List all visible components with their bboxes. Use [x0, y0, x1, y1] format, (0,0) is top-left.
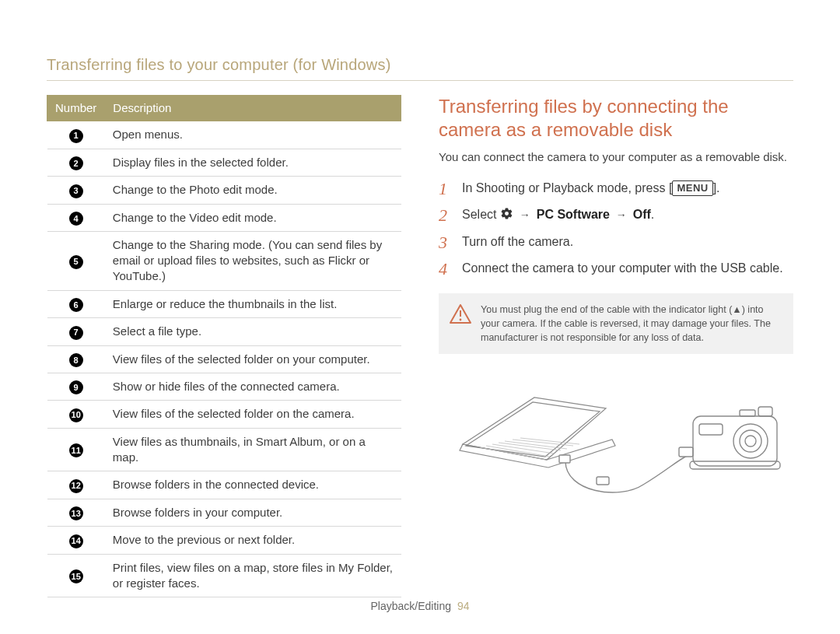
step-text: Turn off the camera.: [462, 233, 793, 252]
svg-point-14: [733, 424, 768, 458]
table-row: 10View files of the selected folder on t…: [47, 401, 401, 428]
svg-rect-13: [690, 461, 780, 469]
description-table: Number Description 1Open menus. 2Display…: [47, 95, 401, 597]
row-description: Open menus.: [105, 121, 401, 149]
row-number-badge: 8: [69, 353, 83, 367]
svg-point-1: [460, 319, 462, 321]
step-text: ].: [713, 181, 720, 194]
row-number-badge: 4: [69, 212, 83, 226]
row-description: Change to the Sharing mode. (You can sen…: [105, 231, 401, 290]
row-number-badge: 10: [69, 408, 83, 422]
step-text: In Shooting or Playback mode, press [: [462, 181, 672, 194]
footer-section: Playback/Editing: [371, 600, 452, 612]
row-number-badge: 11: [69, 443, 83, 457]
row-description: Browse folders in the connected device.: [105, 471, 401, 499]
row-description: Enlarge or reduce the thumbnails in the …: [105, 290, 401, 317]
row-number-badge: 1: [69, 129, 83, 143]
row-description: Browse folders in your computer.: [105, 499, 401, 526]
arrow-right-icon: →: [613, 208, 630, 221]
step-item: 2 Select → PC Software → Off.: [439, 202, 793, 229]
step-text: Select: [462, 208, 500, 221]
row-description: Display files in the selected folder.: [105, 149, 401, 176]
menu-button-icon: MENU: [672, 180, 712, 196]
left-column: Number Description 1Open menus. 2Display…: [47, 95, 401, 597]
row-number-badge: 13: [69, 506, 83, 520]
step-number: 3: [439, 233, 453, 252]
settings-gear-icon: [500, 207, 513, 225]
svg-rect-10: [597, 477, 609, 485]
svg-rect-19: [758, 407, 772, 416]
warning-icon: [450, 304, 471, 324]
row-number-badge: 2: [69, 156, 83, 170]
page-footer: Playback/Editing 94: [0, 599, 840, 614]
section-intro: You can connect the camera to your compu…: [439, 149, 793, 165]
step-bold: PC Software: [537, 208, 610, 221]
page-header: Transferring files to your computer (for…: [47, 54, 793, 81]
row-number-badge: 7: [69, 326, 83, 340]
table-row: 15Print files, view files on a map, stor…: [47, 554, 401, 597]
step-bold: Off: [633, 208, 651, 221]
row-number-badge: 12: [69, 479, 83, 493]
right-column: Transferring files by connecting the cam…: [439, 95, 793, 597]
row-description: Show or hide files of the connected came…: [105, 373, 401, 400]
svg-rect-18: [740, 410, 755, 416]
row-description: View files as thumbnails, in Smart Album…: [105, 428, 401, 471]
table-row: 3Change to the Photo edit mode.: [47, 177, 401, 204]
table-row: 11View files as thumbnails, in Smart Alb…: [47, 428, 401, 471]
row-number-badge: 5: [69, 255, 83, 269]
svg-point-16: [745, 436, 756, 447]
row-number-badge: 6: [69, 298, 83, 312]
svg-rect-11: [679, 447, 693, 457]
svg-rect-17: [699, 424, 723, 435]
step-item: 4 Connect the camera to your computer wi…: [439, 256, 793, 282]
steps-list: 1 In Shooting or Playback mode, press [M…: [439, 176, 793, 282]
row-description: View files of the selected folder on the…: [105, 401, 401, 428]
step-number: 2: [439, 206, 453, 225]
step-text: Connect the camera to your computer with…: [462, 260, 793, 278]
step-item: 3 Turn off the camera.: [439, 229, 793, 256]
table-row: 5Change to the Sharing mode. (You can se…: [47, 231, 401, 290]
table-row: 2Display files in the selected folder.: [47, 149, 401, 176]
row-description: Move to the previous or next folder.: [105, 527, 401, 554]
svg-line-2: [480, 447, 545, 460]
row-description: View files of the selected folder on you…: [105, 345, 401, 373]
table-row: 9Show or hide files of the connected cam…: [47, 373, 401, 400]
row-description: Print files, view files on a map, store …: [105, 554, 401, 597]
th-number: Number: [47, 96, 105, 121]
table-row: 12Browse folders in the connected device…: [47, 471, 401, 499]
row-number-badge: 14: [69, 534, 83, 548]
table-row: 6Enlarge or reduce the thumbnails in the…: [47, 290, 401, 317]
row-number-badge: 15: [69, 569, 83, 583]
row-description: Select a file type.: [105, 318, 401, 345]
row-number-badge: 9: [69, 380, 83, 394]
svg-point-15: [740, 430, 761, 452]
step-text: .: [651, 208, 654, 221]
caution-box: You must plug the end of the cable with …: [439, 293, 793, 354]
row-description: Change to the Photo edit mode.: [105, 177, 401, 204]
table-row: 4Change to the Video edit mode.: [47, 204, 401, 231]
row-number-badge: 3: [69, 184, 83, 198]
step-number: 4: [439, 260, 453, 278]
table-row: 7Select a file type.: [47, 318, 401, 345]
table-row: 13Browse folders in your computer.: [47, 499, 401, 526]
connection-illustration: [439, 368, 793, 513]
row-description: Change to the Video edit mode.: [105, 204, 401, 231]
page-number: 94: [457, 600, 470, 612]
arrow-right-icon: →: [516, 208, 534, 221]
table-row: 8View files of the selected folder on yo…: [47, 345, 401, 373]
step-item: 1 In Shooting or Playback mode, press [M…: [439, 176, 793, 202]
caution-text: You must plug the end of the cable with …: [481, 304, 771, 343]
step-number: 1: [439, 180, 453, 198]
table-row: 1Open menus.: [47, 121, 401, 149]
section-title: Transferring files by connecting the cam…: [439, 95, 793, 142]
svg-rect-9: [559, 455, 570, 463]
th-description: Description: [105, 96, 401, 121]
table-row: 14Move to the previous or next folder.: [47, 527, 401, 554]
